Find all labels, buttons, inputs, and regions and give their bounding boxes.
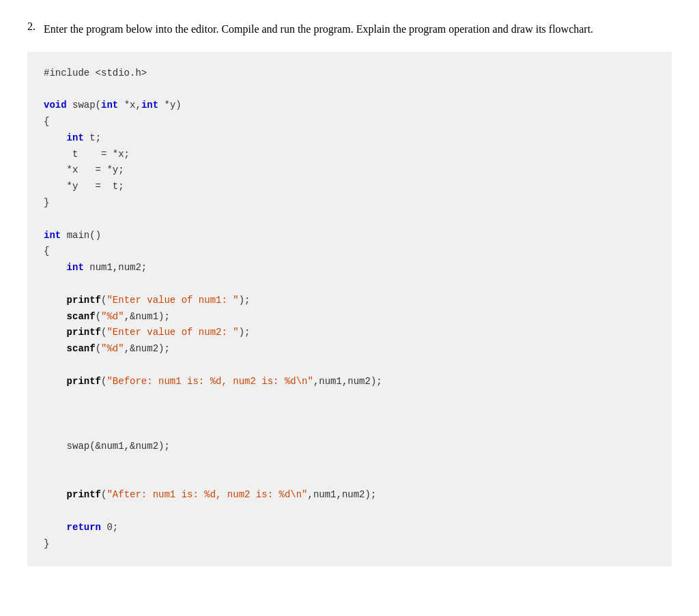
code-blank-7 xyxy=(44,422,655,439)
code-swap-sig: void swap(int *x,int *y) xyxy=(44,98,655,114)
code-int-t: int t; xyxy=(44,130,655,147)
code-printf1: printf("Enter value of num1: "); xyxy=(44,293,655,309)
code-main-close: } xyxy=(44,536,655,553)
code-main-open: { xyxy=(44,244,655,260)
code-blank-3 xyxy=(44,276,655,293)
code-blank-8 xyxy=(44,455,655,471)
code-swap-call: swap(&num1,&num2); xyxy=(44,439,655,455)
code-printf-before: printf("Before: num1 is: %d, num2 is: %d… xyxy=(44,374,655,390)
code-scanf2: scanf("%d",&num2); xyxy=(44,341,655,357)
code-block: #include <stdio.h> void swap(int *x,int … xyxy=(27,52,672,566)
code-return: return 0; xyxy=(44,520,655,536)
question-text: Enter the program below into the editor.… xyxy=(44,20,593,38)
question-number: 2. xyxy=(27,20,35,38)
code-y-assign: *y = t; xyxy=(44,179,655,195)
question-block: 2. Enter the program below into the edit… xyxy=(27,20,672,38)
code-blank-9 xyxy=(44,471,655,488)
code-include: #include <stdio.h> xyxy=(44,65,655,82)
code-x-assign: *x = *y; xyxy=(44,162,655,179)
code-printf-after: printf("After: num1 is: %d, num2 is: %d\… xyxy=(44,487,655,503)
code-blank-4 xyxy=(44,357,655,374)
code-blank-1 xyxy=(44,81,655,98)
code-blank-2 xyxy=(44,211,655,228)
code-blank-6 xyxy=(44,406,655,422)
code-int-decl: int num1,num2; xyxy=(44,260,655,276)
code-printf2: printf("Enter value of num2: "); xyxy=(44,325,655,341)
code-main-sig: int main() xyxy=(44,228,655,244)
code-blank-10 xyxy=(44,503,655,520)
code-swap-close: } xyxy=(44,195,655,211)
code-blank-5 xyxy=(44,390,655,407)
code-t-assign: t = *x; xyxy=(44,147,655,163)
code-scanf1: scanf("%d",&num1); xyxy=(44,309,655,325)
code-swap-open: { xyxy=(44,114,655,130)
